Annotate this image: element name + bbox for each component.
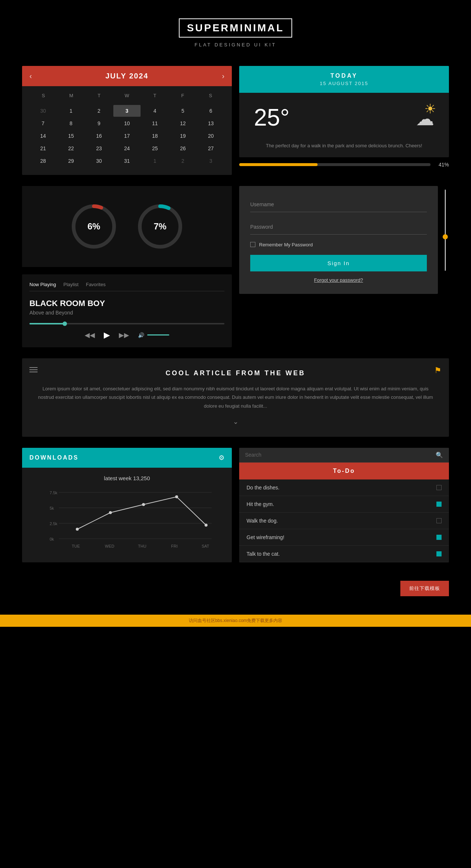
cal-day[interactable]: 2: [85, 105, 113, 117]
article-expand-icon[interactable]: ⌄: [37, 418, 434, 426]
cal-day[interactable]: 9: [85, 117, 113, 129]
todo-search-input[interactable]: [245, 452, 432, 458]
cal-day[interactable]: 10: [113, 117, 141, 129]
downloads-widget: DOWNLOADS ⚙ latest week 13,250 7.5k 5k 2…: [22, 448, 232, 562]
todo-item-text-3: Walk the dog.: [247, 518, 278, 524]
downloads-chart: 7.5k 5k 2.5k 0k: [29, 489, 224, 555]
download-cta-section: 前往下载模板: [22, 573, 449, 604]
cal-day[interactable]: 3: [197, 155, 224, 167]
cal-day[interactable]: 28: [29, 155, 57, 167]
svg-text:TUE: TUE: [72, 544, 80, 548]
cal-day[interactable]: 11: [141, 117, 169, 129]
cal-day[interactable]: 23: [85, 143, 113, 154]
player-tab-now-playing[interactable]: Now Playing: [29, 282, 56, 287]
cal-day[interactable]: 13: [197, 117, 224, 129]
volume-bar[interactable]: [147, 334, 169, 335]
cal-day[interactable]: 30: [29, 105, 57, 117]
cal-day[interactable]: 12: [169, 117, 196, 129]
cal-day[interactable]: 30: [85, 155, 113, 167]
todo-header: To-Do: [239, 463, 449, 479]
cal-day[interactable]: 21: [29, 143, 57, 154]
password-input[interactable]: [250, 219, 427, 235]
calendar-days-grid: 30 1 2 3 4 5 6 7 8 9 10 11 12 13 14: [29, 105, 224, 167]
username-input[interactable]: [250, 197, 427, 212]
day-header-mon: M: [57, 90, 85, 101]
cal-day[interactable]: 19: [169, 130, 196, 142]
cal-day[interactable]: 20: [197, 130, 224, 142]
svg-text:2.5k: 2.5k: [50, 521, 57, 526]
cal-day[interactable]: 2: [169, 155, 196, 167]
signin-button[interactable]: Sign In: [250, 255, 427, 271]
cal-day[interactable]: 14: [29, 130, 57, 142]
player-fast-forward-button[interactable]: ▶▶: [119, 331, 129, 339]
cal-day[interactable]: 5: [169, 105, 196, 117]
player-progress-bar[interactable]: [29, 323, 224, 324]
vertical-slider[interactable]: [442, 190, 449, 271]
progress-section: 41%: [239, 162, 449, 175]
cal-day[interactable]: 25: [141, 143, 169, 154]
cal-day[interactable]: 29: [57, 155, 85, 167]
downloads-gear-icon[interactable]: ⚙: [219, 454, 224, 462]
donut-chart-2: 7%: [134, 201, 186, 252]
remember-checkbox[interactable]: [250, 242, 255, 247]
cal-day[interactable]: 6: [197, 105, 224, 117]
download-cta-button[interactable]: 前往下载模板: [400, 581, 449, 596]
article-text: Lorem ipsum dolor sit amet, consectetuer…: [37, 384, 434, 410]
player-rewind-button[interactable]: ◀◀: [85, 331, 95, 339]
cal-day[interactable]: 1: [141, 155, 169, 167]
todo-item-text-1: Do the dishes.: [247, 485, 280, 491]
cal-day[interactable]: 22: [57, 143, 85, 154]
svg-text:WED: WED: [105, 544, 114, 548]
cal-day[interactable]: 15: [57, 130, 85, 142]
calendar-header: ‹ JULY 2024 ›: [22, 66, 232, 86]
day-header-tue: T: [85, 90, 113, 101]
todo-item-text-2: Hit the gym.: [247, 501, 274, 507]
svg-text:0k: 0k: [50, 537, 54, 541]
calendar-widget: ‹ JULY 2024 › S M T W T F S 30 1: [22, 66, 232, 175]
downloads-week-label: latest week 13,250: [29, 475, 224, 481]
login-form: Remember My Password Sign In Forgot your…: [239, 186, 438, 294]
cal-day[interactable]: 17: [113, 130, 141, 142]
player-track-title: BLACK ROOM BOY: [29, 299, 224, 308]
todo-checkbox-4[interactable]: [436, 535, 442, 540]
volume-control: 🔊: [138, 332, 169, 338]
svg-point-13: [109, 511, 112, 514]
todo-item-4: Get wireframing!: [239, 529, 449, 546]
cal-day[interactable]: 26: [169, 143, 196, 154]
forgot-password-link[interactable]: Forgot your password?: [250, 277, 427, 283]
day-header-fri: F: [169, 90, 197, 101]
calendar-next-button[interactable]: ›: [222, 72, 224, 80]
downloads-body: latest week 13,250 7.5k 5k 2.5k 0k: [22, 468, 232, 562]
todo-checkbox-3[interactable]: [436, 518, 442, 523]
todo-checkbox-2[interactable]: [436, 502, 442, 507]
cal-day[interactable]: 27: [197, 143, 224, 154]
brand-title-box: SUPERMINIMAL: [179, 18, 292, 38]
cal-day[interactable]: 18: [141, 130, 169, 142]
calendar-prev-button[interactable]: ‹: [29, 72, 32, 80]
hamburger-menu-icon[interactable]: [29, 366, 38, 374]
progress-label: 41%: [434, 162, 449, 168]
svg-point-16: [205, 524, 208, 527]
cal-day[interactable]: 8: [57, 117, 85, 129]
player-tab-playlist[interactable]: Playlist: [63, 282, 78, 287]
todo-checkbox-5[interactable]: [436, 551, 442, 556]
todo-item-text-4: Get wireframing!: [247, 534, 284, 540]
page-header: SUPERMINIMAL FLAT DESIGNED UI KIT: [0, 0, 471, 55]
player-tab-favorites[interactable]: Favorites: [86, 282, 105, 287]
cal-day[interactable]: 1: [57, 105, 85, 117]
cal-day[interactable]: 16: [85, 130, 113, 142]
bookmark-icon[interactable]: ⚑: [434, 366, 442, 375]
todo-checkbox-1[interactable]: [436, 485, 442, 490]
cal-day[interactable]: 24: [113, 143, 141, 154]
svg-text:7.5k: 7.5k: [50, 491, 57, 495]
cal-day[interactable]: 7: [29, 117, 57, 129]
todo-item-2: Hit the gym.: [239, 496, 449, 513]
donut-section: 6% 7%: [22, 186, 232, 267]
player-play-button[interactable]: ▶: [104, 330, 110, 340]
cal-day[interactable]: 31: [113, 155, 141, 167]
cal-day[interactable]: 4: [141, 105, 169, 117]
player-track-artist: Above and Beyond: [29, 310, 224, 316]
svg-point-12: [76, 528, 79, 531]
todo-search-bar: 🔍: [239, 448, 449, 463]
cal-day-today[interactable]: 3: [113, 105, 141, 117]
